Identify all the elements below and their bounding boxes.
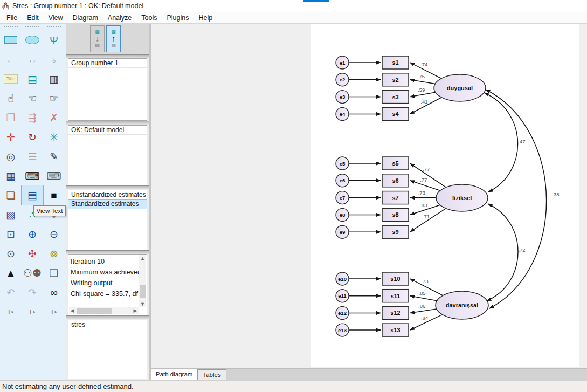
loading-value: .73	[421, 278, 428, 284]
move-parameter-icon[interactable]: ◎	[0, 147, 22, 166]
observed-label: s3	[392, 94, 398, 100]
draw-covariance-arrow-icon[interactable]: ↔	[22, 50, 43, 69]
toolbar-grip[interactable]	[47, 26, 61, 30]
menu-edit[interactable]: Edit	[22, 13, 44, 23]
erase-objects-icon[interactable]: ✗	[43, 108, 65, 127]
covariance-value: .47	[518, 139, 525, 145]
view-input-path-diagram[interactable]: ▦↓▥	[90, 25, 105, 52]
undo-icon[interactable]: ↶	[0, 283, 22, 302]
file-list: stres	[68, 320, 147, 379]
draw-path-arrow-icon[interactable]: ←	[0, 50, 22, 69]
fit-to-page-icon[interactable]: ✣	[22, 244, 43, 263]
zoom-page-icon[interactable]: ⊙	[0, 244, 22, 263]
loading-value: .59	[418, 87, 425, 93]
touch-up-icon[interactable]: ✎	[43, 147, 65, 166]
observed-label: s8	[392, 211, 398, 218]
estimates-standardized-estimates[interactable]: Standardized estimates	[68, 200, 147, 209]
menu-view[interactable]: View	[44, 13, 68, 23]
menu-help[interactable]: Help	[194, 13, 218, 23]
scroll-up-icon[interactable]: ▲	[139, 255, 146, 262]
group-group-number-1[interactable]: Group number 1	[68, 59, 147, 68]
scroll-down-icon[interactable]: ▼	[139, 301, 146, 307]
menu-diagram[interactable]: Diagram	[68, 13, 103, 23]
log-line: Writing output	[71, 278, 138, 288]
menu-file[interactable]: File	[2, 13, 22, 23]
top-accent-bar	[303, 0, 329, 2]
print-icon[interactable]: ❑	[43, 263, 65, 283]
deselect-all-icon[interactable]: ☞	[43, 88, 65, 108]
select-one-icon[interactable]: ☝	[0, 88, 22, 108]
estimates-unstandardized-estimates[interactable]: Unstandardized estimates	[68, 190, 147, 200]
vertical-scrollbar[interactable]: ▲ ▼	[139, 255, 146, 307]
toolbar-grip[interactable]	[4, 26, 18, 30]
toolbar-overflow-3-icon[interactable]: ❙▸	[43, 302, 65, 321]
rotate-indicators-icon[interactable]: ↻	[22, 127, 43, 147]
toolbar-grip[interactable]	[25, 26, 39, 30]
loading-value: .86	[418, 303, 425, 309]
horizontal-scrollbar[interactable]: ◀ ▶	[69, 307, 139, 314]
title-bar: Stres : Group number 1 : OK: Default mod…	[0, 0, 587, 12]
select-all-icon[interactable]: ☜	[22, 88, 43, 108]
variables-in-model-icon[interactable]: ▤	[22, 69, 43, 88]
move-objects-icon[interactable]: ⇶	[22, 108, 43, 127]
panel-splitter[interactable]	[66, 54, 149, 58]
menu-analyze[interactable]: Analyze	[103, 13, 136, 23]
toolbar-overflow-2-icon[interactable]: ❙▸	[22, 302, 43, 321]
object-properties-icon[interactable]: ▧	[0, 205, 22, 224]
specification-search-icon[interactable]: ∞	[43, 283, 65, 302]
app-icon	[2, 2, 10, 10]
add-unique-variable-icon[interactable]: ♁	[43, 50, 65, 69]
panel-splitter[interactable]	[66, 121, 149, 125]
menu-plugins[interactable]: Plugins	[162, 13, 194, 23]
tool-grid: Ψ←↔♁Title▤▥☝☜☞❐⇶✗✛↻✳◎☰✎▦⌨⌨❏▤■▧∴❖⊡⊕⊖⊙✣⊚▲⚇…	[0, 30, 66, 321]
resize-objects-icon[interactable]: ✛	[0, 127, 22, 147]
analysis-properties-icon[interactable]: ⌨	[22, 166, 43, 185]
zoom-region-icon[interactable]: ⊡	[0, 224, 22, 244]
multiple-group-analysis-icon[interactable]: ⚇⚉	[22, 263, 43, 283]
file-stres[interactable]: stres	[68, 320, 147, 329]
data-files-icon[interactable]: ▦	[0, 166, 22, 185]
menu-tools[interactable]: Tools	[136, 13, 162, 23]
save-diagram-icon[interactable]: ■	[43, 185, 65, 205]
amos-window: Stres : Group number 1 : OK: Default mod…	[0, 0, 587, 392]
view-output-path-diagram[interactable]: ▦↑▥	[106, 25, 121, 52]
magnify-loupe-icon[interactable]: ⊚	[43, 244, 65, 263]
draw-observed-variable-icon[interactable]	[0, 30, 22, 50]
scroll-left-icon[interactable]: ◀	[69, 307, 75, 314]
latent-label: fiziksel	[452, 195, 472, 201]
scrollbar-thumb[interactable]	[77, 308, 112, 314]
draw-unobserved-variable-icon[interactable]	[22, 30, 43, 50]
model-ok-default-model[interactable]: OK: Default model	[68, 126, 147, 135]
observed-label: s9	[392, 229, 398, 235]
group-list: Group number 1	[68, 58, 147, 121]
arrow-icon: ↑	[112, 35, 116, 43]
tab-path-diagram[interactable]: Path diagram	[151, 369, 197, 380]
scroll-right-icon[interactable]: ▶	[132, 307, 139, 314]
toolbar-overflow-1-icon[interactable]: ❙▸	[0, 302, 22, 321]
view-text-output-icon[interactable]: ▤	[22, 185, 43, 205]
panel-splitter[interactable]	[66, 250, 149, 254]
error-label: e3	[340, 94, 346, 100]
zoom-out-icon[interactable]: ⊖	[43, 224, 65, 244]
panel-splitter[interactable]	[66, 315, 149, 319]
reflect-indicators-icon[interactable]: ✳	[43, 127, 65, 147]
duplicate-objects-icon[interactable]: ❐	[0, 108, 22, 127]
scrollbar-thumb[interactable]	[140, 285, 146, 298]
calculate-estimates-icon[interactable]: ⌨	[43, 166, 65, 185]
zoom-in-icon[interactable]: ⊕	[22, 224, 43, 244]
panel-splitter[interactable]	[66, 185, 149, 189]
path-diagram-canvas[interactable]: .74e1s1.75e2s2.59e3s3.41e4s4duygusal.77e…	[151, 24, 587, 368]
draw-indicator-variable-icon[interactable]: Ψ	[43, 30, 65, 50]
error-label: e5	[340, 161, 346, 167]
bayesian-analysis-icon[interactable]: ▲	[0, 263, 22, 283]
scroll-diagram-icon[interactable]: ☰	[22, 147, 43, 166]
computation-summary: ▲ ▼ ◀ ▶ Iteration 10Minimum was achieved…	[68, 254, 147, 315]
redo-icon[interactable]: ↷	[22, 283, 43, 302]
figure-caption-icon[interactable]: Title	[0, 69, 22, 88]
tab-tables[interactable]: Tables	[197, 369, 226, 380]
variables-in-dataset-icon[interactable]: ▥	[43, 69, 65, 88]
copy-to-clipboard-icon[interactable]: ❏	[0, 185, 22, 205]
observed-label: s4	[392, 111, 399, 117]
loading-value: .41	[420, 99, 427, 105]
tooltip-view-text: View Text	[33, 205, 66, 216]
